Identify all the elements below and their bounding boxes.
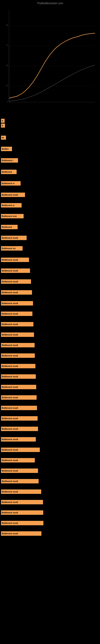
bar-row-15: Bottleneck result: [1, 268, 99, 273]
bar-row-29: Bottleneck result: [1, 416, 99, 420]
bar-label-gap1: Bottleneck result: [1, 468, 38, 473]
bar-row-28: Bottleneck result: [1, 406, 99, 410]
bar-item-13: Bottleneck res: [1, 246, 23, 250]
bar-label-detected-7: Bottleneck result: [1, 521, 43, 525]
site-title: TheBottlenecker.com: [0, 0, 100, 6]
chart-area: 0 20 45 70 95: [1, 6, 99, 122]
bar-row-26: Bottleneck result: [1, 385, 99, 389]
bar-item-19: Bottleneck result: [1, 312, 32, 316]
main-container: TheBottlenecker.com 0 20 45 70 95: [0, 0, 100, 644]
bar-detected-gap2: Bottleneck result: [1, 479, 99, 484]
bar-item-12: Bottleneck result: [1, 236, 27, 240]
bar-row-19: Bottleneck result: [1, 312, 99, 316]
bar-item-29: Bottleneck result: [1, 416, 38, 420]
bar-item-4: Bottlen: [1, 147, 12, 151]
bar-row-27: Bottleneck result: [1, 395, 99, 400]
bar-row-11: Bottleneck: [1, 225, 99, 229]
bar-row-2: B: [1, 124, 99, 128]
chart-svg: 0 20 45 70 95: [1, 6, 99, 122]
bar-label-gap2: Bottleneck result: [1, 479, 39, 484]
bar-item-20: Bottleneck result: [1, 322, 33, 326]
bar-item-3: Bo: [1, 136, 6, 140]
bar-detected-3: Bottleneck result: [1, 458, 99, 462]
bar-detected-5: Bottleneck result: [1, 500, 99, 504]
bar-row-12: Bottleneck result: [1, 236, 99, 240]
bar-detected-8: Bottleneck result: [1, 531, 99, 536]
bar-row-5: Bottleneck r: [1, 158, 99, 162]
bar-item-22: Bottleneck result: [1, 343, 35, 347]
bar-item-17: Bottleneck result: [1, 290, 32, 295]
bar-item-18: Bottleneck result: [1, 301, 33, 306]
bar-item-1: B: [1, 119, 4, 123]
bar-row-6: Bottleneck: [1, 170, 99, 174]
bar-section-tiny: B B Bo Bottlen Bottleneck r Bottleneck B…: [1, 119, 99, 536]
bar-row-30: Bottleneck result: [1, 427, 99, 431]
bar-label-detected-5: Bottleneck result: [1, 500, 43, 504]
bar-item-26: Bottleneck result: [1, 385, 36, 389]
bar-label-detected-4: Bottleneck result: [1, 490, 41, 494]
bar-detected-4: Bottleneck result: [1, 490, 99, 494]
bar-item-25: Bottleneck result: [1, 374, 36, 379]
bar-item-8: Bottleneck result: [1, 192, 25, 197]
bar-item-9: Bottleneck re: [1, 203, 22, 208]
bar-row-25: Bottleneck result: [1, 374, 99, 379]
bar-row-8: Bottleneck result: [1, 192, 99, 197]
bar-item-15: Bottleneck result: [1, 268, 30, 273]
bar-row-22: Bottleneck result: [1, 343, 99, 347]
bar-detected-2: Bottleneck result: [1, 448, 99, 452]
bar-row-17: Bottleneck result: [1, 290, 99, 295]
svg-text:0: 0: [7, 100, 8, 103]
bar-detected-6: Bottleneck result: [1, 510, 99, 515]
bar-detected-7: Bottleneck result: [1, 521, 99, 525]
bar-item-16: Bottleneck result: [1, 279, 31, 284]
bar-row-14: Bottleneck result: [1, 258, 99, 262]
bar-label-detected-6: Bottleneck result: [1, 510, 43, 515]
bar-row-3: Bo: [1, 136, 99, 140]
bar-row-18: Bottleneck result: [1, 301, 99, 306]
svg-text:70: 70: [6, 44, 8, 46]
svg-rect-0: [1, 6, 99, 122]
bar-item-7: Bottleneck re: [1, 181, 21, 186]
bar-row-4: Bottlen: [1, 147, 99, 151]
bar-row-7: Bottleneck re: [1, 181, 99, 186]
svg-text:45: 45: [6, 64, 8, 66]
bar-item-21: Bottleneck result: [1, 332, 34, 337]
bar-item-5: Bottleneck r: [1, 158, 18, 162]
bar-item-27: Bottleneck result: [1, 395, 37, 400]
bar-item-30: Bottleneck result: [1, 427, 38, 431]
bar-row-24: Bottleneck result: [1, 364, 99, 368]
bar-detected-1: Bottleneck result: [1, 437, 99, 442]
bar-row-23: Bottleneck result: [1, 354, 99, 358]
bar-label-detected-1: Bottleneck result: [1, 437, 36, 442]
bar-row-20: Bottleneck result: [1, 322, 99, 326]
bar-row-10: Bottleneck rese: [1, 214, 99, 218]
bar-label-detected-3: Bottleneck result: [1, 458, 35, 462]
bar-row-16: Bottleneck result: [1, 279, 99, 284]
bar-row-9: Bottleneck re: [1, 203, 99, 208]
bar-label-detected-8: Bottleneck result: [1, 531, 41, 536]
bar-item-14: Bottleneck result: [1, 258, 29, 262]
svg-text:20: 20: [6, 84, 8, 86]
bar-item-28: Bottleneck result: [1, 406, 37, 410]
bar-detected-gap1: Bottleneck result: [1, 468, 99, 473]
bar-row-13: Bottleneck res: [1, 246, 99, 250]
bar-row-1: B: [1, 119, 99, 123]
bar-item-2: B: [1, 124, 5, 128]
bar-item-23: Bottleneck result: [1, 354, 35, 358]
bar-item-6: Bottleneck: [1, 170, 17, 174]
bar-label-detected-2: Bottleneck result: [1, 448, 40, 452]
bar-row-21: Bottleneck result: [1, 332, 99, 337]
bar-item-24: Bottleneck result: [1, 364, 35, 368]
bar-item-10: Bottleneck rese: [1, 214, 24, 218]
bar-item-11: Bottleneck: [1, 225, 18, 229]
svg-text:95: 95: [6, 24, 8, 26]
